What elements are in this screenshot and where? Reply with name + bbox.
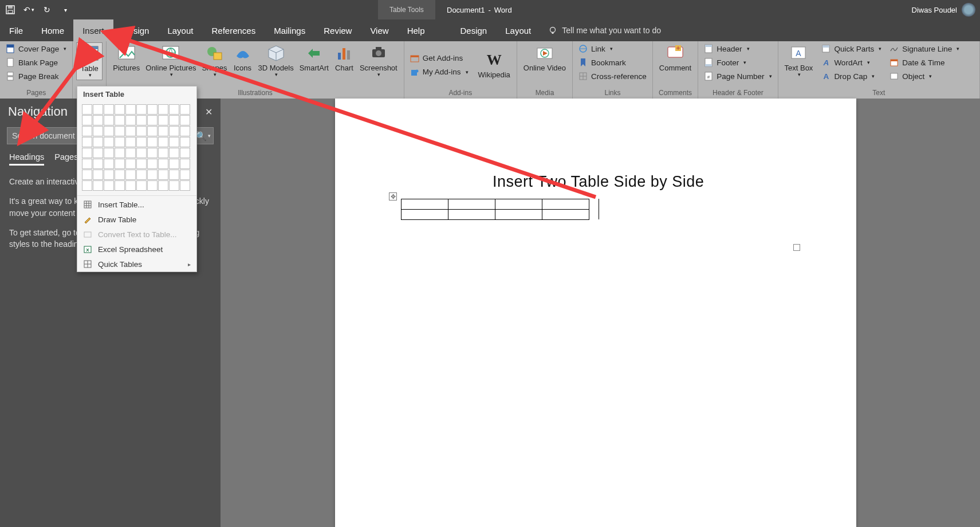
grid-cell[interactable] — [82, 126, 92, 136]
grid-cell[interactable] — [125, 170, 136, 180]
grid-cell[interactable] — [158, 159, 168, 169]
grid-cell[interactable] — [180, 104, 190, 115]
grid-cell[interactable] — [136, 126, 147, 136]
tab-review[interactable]: Review — [314, 19, 361, 41]
header-button[interactable]: Header▾ — [702, 42, 774, 55]
grid-cell[interactable] — [125, 115, 136, 125]
tab-home[interactable]: Home — [32, 19, 73, 41]
grid-cell[interactable] — [180, 115, 190, 125]
tab-insert[interactable]: Insert — [73, 19, 113, 41]
save-icon[interactable] — [2, 2, 18, 18]
cover-page-button[interactable]: Cover Page▾ — [3, 42, 69, 55]
grid-cell[interactable] — [180, 170, 190, 180]
grid-cell[interactable] — [125, 104, 136, 115]
user-box[interactable]: Diwas Poudel — [912, 0, 976, 19]
online-video-button[interactable]: Online Video — [521, 42, 569, 73]
grid-cell[interactable] — [93, 159, 103, 169]
footer-button[interactable]: Footer▾ — [702, 56, 774, 69]
grid-cell[interactable] — [169, 180, 179, 191]
grid-cell[interactable] — [158, 115, 168, 125]
icons-button[interactable]: Icons — [230, 42, 255, 73]
grid-cell[interactable] — [115, 126, 125, 136]
grid-cell[interactable] — [82, 159, 92, 169]
grid-cell[interactable] — [169, 115, 179, 125]
grid-cell[interactable] — [136, 180, 147, 191]
grid-cell[interactable] — [158, 104, 168, 115]
grid-cell[interactable] — [93, 126, 103, 136]
grid-cell[interactable] — [82, 115, 92, 125]
grid-cell[interactable] — [104, 170, 114, 180]
grid-cell[interactable] — [180, 159, 190, 169]
table-move-handle-icon[interactable]: ✥ — [389, 192, 397, 200]
screenshot-button[interactable]: Screenshot▾ — [357, 42, 400, 79]
comment-button[interactable]: Comment — [656, 42, 694, 73]
grid-cell[interactable] — [147, 115, 158, 125]
grid-cell[interactable] — [158, 170, 168, 180]
grid-cell[interactable] — [93, 137, 103, 147]
grid-cell[interactable] — [82, 170, 92, 180]
undo-icon[interactable]: ↶▾ — [21, 2, 37, 18]
sigline-button[interactable]: Signature Line▾ — [887, 42, 962, 55]
grid-cell[interactable] — [104, 148, 114, 158]
grid-cell[interactable] — [115, 137, 125, 147]
crossref-button[interactable]: Cross-reference — [576, 70, 649, 82]
object-button[interactable]: Object▾ — [887, 70, 962, 82]
grid-cell[interactable] — [180, 126, 190, 136]
menu-excel[interactable]: XExcel Spreadsheet — [77, 242, 196, 257]
nav-tab-headings[interactable]: Headings — [9, 152, 44, 166]
grid-cell[interactable] — [136, 104, 147, 115]
grid-cell[interactable] — [147, 170, 158, 180]
grid-cell[interactable] — [180, 137, 190, 147]
chart-button[interactable]: Chart — [332, 42, 357, 73]
grid-cell[interactable] — [82, 148, 92, 158]
grid-cell[interactable] — [136, 137, 147, 147]
grid-cell[interactable] — [125, 159, 136, 169]
page[interactable]: Insert Two Table Side by Side ✥ — [335, 99, 856, 527]
table-resize-handle[interactable] — [793, 244, 800, 251]
menu-draw-table[interactable]: Draw Table — [77, 212, 196, 227]
grid-cell[interactable] — [93, 180, 103, 191]
grid-cell[interactable] — [82, 104, 92, 115]
grid-cell[interactable] — [115, 115, 125, 125]
tab-table-layout[interactable]: Layout — [496, 19, 540, 41]
menu-insert-table[interactable]: Insert Table... — [77, 197, 196, 212]
grid-cell[interactable] — [169, 159, 179, 169]
online-pictures-button[interactable]: Online Pictures▾ — [143, 42, 199, 79]
grid-cell[interactable] — [136, 115, 147, 125]
wikipedia-button[interactable]: WWikipedia — [475, 49, 513, 80]
tab-references[interactable]: References — [202, 19, 265, 41]
3d-models-button[interactable]: 3D Models▾ — [255, 42, 297, 79]
grid-cell[interactable] — [169, 170, 179, 180]
grid-cell[interactable] — [125, 137, 136, 147]
tab-table-design[interactable]: Design — [451, 19, 497, 41]
grid-cell[interactable] — [82, 180, 92, 191]
table-grid-picker[interactable] — [77, 102, 196, 194]
grid-cell[interactable] — [158, 180, 168, 191]
tab-mailings[interactable]: Mailings — [265, 19, 314, 41]
get-addins-button[interactable]: Get Add-ins — [408, 52, 471, 65]
grid-cell[interactable] — [147, 137, 158, 147]
grid-cell[interactable] — [169, 148, 179, 158]
grid-cell[interactable] — [93, 115, 103, 125]
close-icon[interactable]: ✕ — [205, 107, 212, 117]
tab-view[interactable]: View — [361, 19, 397, 41]
tab-help[interactable]: Help — [398, 19, 434, 41]
grid-cell[interactable] — [180, 148, 190, 158]
grid-cell[interactable] — [158, 126, 168, 136]
bookmark-button[interactable]: Bookmark — [576, 56, 649, 69]
grid-cell[interactable] — [115, 104, 125, 115]
grid-cell[interactable] — [104, 180, 114, 191]
tab-layout[interactable]: Layout — [158, 19, 202, 41]
grid-cell[interactable] — [169, 104, 179, 115]
tab-design[interactable]: Design — [113, 19, 159, 41]
dropcap-button[interactable]: ADrop Cap▾ — [819, 70, 884, 82]
table-button[interactable]: Table▾ — [76, 42, 103, 80]
grid-cell[interactable] — [115, 170, 125, 180]
page-break-button[interactable]: Page Break — [3, 70, 69, 82]
textbox-button[interactable]: AText Box▾ — [782, 42, 816, 79]
quickparts-button[interactable]: Quick Parts▾ — [819, 42, 884, 55]
grid-cell[interactable] — [136, 148, 147, 158]
grid-cell[interactable] — [115, 148, 125, 158]
grid-cell[interactable] — [147, 104, 158, 115]
redo-icon[interactable]: ↻ — [39, 2, 55, 18]
